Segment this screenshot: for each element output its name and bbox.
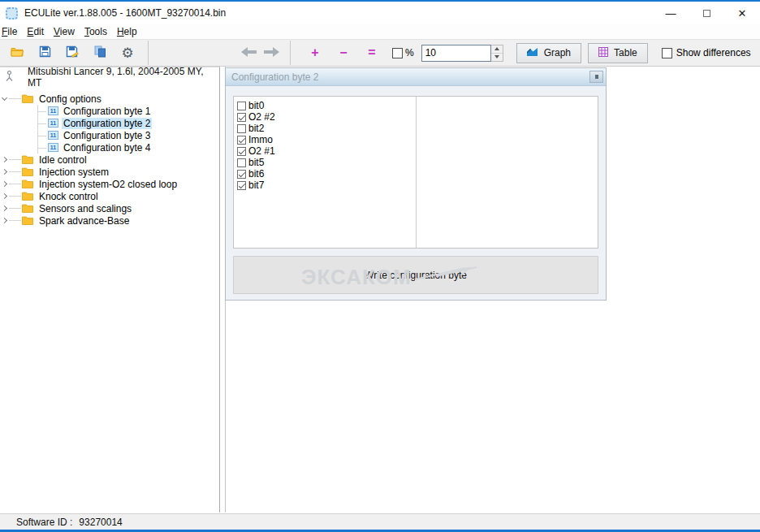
- navigation-tree-panel: Mitsubishi Lancer 9, 1.6l, 2004-2005 MY,…: [0, 67, 220, 513]
- menubar: File Edit View Tools Help: [0, 24, 760, 39]
- step-value-input[interactable]: [421, 45, 491, 62]
- map-icon: 11: [48, 119, 58, 128]
- tree-folder-injection-system[interactable]: Injection system: [0, 166, 219, 178]
- tree-folder-config-options[interactable]: Config options: [0, 93, 219, 105]
- tree: Config options 11 Configuration byte 1 1…: [0, 93, 219, 227]
- immo-checkbox[interactable]: [237, 136, 246, 145]
- close-icon: ✕: [738, 7, 747, 19]
- bit-row-bit2[interactable]: bit2: [237, 123, 598, 134]
- chevron-right-icon[interactable]: [2, 169, 7, 175]
- bit5-checkbox[interactable]: [237, 158, 246, 167]
- chevron-right-icon[interactable]: [2, 157, 7, 162]
- menu-view[interactable]: View: [49, 26, 80, 37]
- bit-panel-divider: [416, 97, 417, 248]
- chevron-down-icon[interactable]: [2, 95, 7, 101]
- tree-item-configuration-byte-2[interactable]: 11 Configuration byte 2: [38, 117, 219, 129]
- triangle-up-icon: [494, 47, 499, 50]
- bit-row-immo[interactable]: Immo: [237, 134, 598, 145]
- tree-folder-spark-advance-base[interactable]: Spark advance-Base: [0, 214, 219, 227]
- maximize-button[interactable]: [689, 2, 724, 24]
- menu-file[interactable]: File: [0, 26, 22, 37]
- window-controls: — ✕: [653, 2, 760, 24]
- table-button[interactable]: Table: [588, 43, 648, 63]
- bit-row-bit6[interactable]: bit6: [237, 168, 598, 179]
- graph-button[interactable]: Graph: [516, 43, 581, 63]
- bit-row-o2-2[interactable]: O2 #2: [237, 111, 598, 123]
- menu-tools[interactable]: Tools: [80, 26, 112, 37]
- bit-row-bit0[interactable]: bit0: [237, 100, 598, 111]
- map-icon: 11: [48, 143, 58, 152]
- tree-folder-injection-system-o2[interactable]: Injection system-O2 closed loop: [0, 178, 219, 190]
- bit0-checkbox[interactable]: [237, 102, 246, 110]
- write-configuration-byte-button[interactable]: Write configuration byte: [233, 256, 598, 294]
- open-file-button[interactable]: [6, 42, 28, 63]
- o2-2-checkbox[interactable]: [237, 113, 246, 122]
- tree-item-label: Configuration byte 2: [62, 118, 152, 129]
- ecu-model-label: Mitsubishi Lancer 9, 1.6l, 2004-2005 MY,…: [28, 66, 216, 89]
- chevron-right-icon[interactable]: [2, 218, 7, 223]
- bit2-checkbox[interactable]: [237, 124, 246, 133]
- minimize-button[interactable]: —: [653, 2, 689, 24]
- decrease-button[interactable]: −: [335, 45, 352, 60]
- maximize-icon: [703, 10, 710, 17]
- copy-pages-icon: [94, 45, 106, 60]
- tree-item-configuration-byte-1[interactable]: 11 Configuration byte 1: [38, 105, 219, 117]
- folder-icon: [22, 179, 33, 188]
- bit-row-o2-1[interactable]: O2 #1: [237, 145, 598, 157]
- tree-folder-label: Idle control: [37, 154, 89, 166]
- tree-folder-sensors-and-scalings[interactable]: Sensors and scalings: [0, 202, 219, 214]
- bit-label: bit2: [248, 123, 264, 134]
- bit-label: O2 #1: [248, 145, 275, 157]
- compare-files-button[interactable]: [89, 42, 110, 63]
- tree-folder-idle-control[interactable]: Idle control: [0, 154, 219, 166]
- bit-row-bit5[interactable]: bit5: [237, 157, 598, 168]
- bit6-checkbox[interactable]: [237, 170, 246, 179]
- save-as-icon: [66, 45, 79, 60]
- doc-header: Configuration byte 2: [226, 68, 606, 86]
- bit-row-bit7[interactable]: bit7: [237, 179, 598, 191]
- back-button[interactable]: [238, 42, 259, 63]
- arrow-left-icon: [241, 47, 257, 59]
- triangle-down-icon: [494, 55, 499, 58]
- chevron-right-icon[interactable]: [2, 181, 7, 187]
- doc-close-button[interactable]: [589, 71, 603, 83]
- bit7-checkbox[interactable]: [237, 181, 246, 190]
- tree-item-configuration-byte-4[interactable]: 11 Configuration byte 4: [38, 141, 219, 154]
- table-button-label: Table: [614, 47, 637, 58]
- o2-1-checkbox[interactable]: [237, 147, 246, 156]
- save-button[interactable]: [34, 42, 55, 63]
- settings-button[interactable]: ⚙: [117, 42, 138, 63]
- percent-checkbox[interactable]: [392, 48, 403, 58]
- spinner-down-button[interactable]: [491, 54, 503, 61]
- map-icon: 11: [48, 106, 58, 115]
- folder-icon: [22, 216, 33, 225]
- tree-item-configuration-byte-3[interactable]: 11 Configuration byte 3: [38, 129, 219, 141]
- chevron-right-icon[interactable]: [2, 205, 7, 211]
- tree-item-label: Configuration byte 3: [62, 130, 152, 141]
- chevron-right-icon[interactable]: [2, 193, 7, 199]
- configuration-byte-panel: Configuration byte 2 bit0 O2 #2 bit2: [225, 67, 607, 301]
- tree-folder-label: Knock control: [37, 191, 100, 202]
- toolbar: ⚙ + − = % Graph Table Show differenc: [0, 39, 760, 67]
- save-as-button[interactable]: [62, 42, 83, 63]
- menu-edit[interactable]: Edit: [22, 26, 49, 37]
- tree-folder-label: Injection system: [37, 167, 110, 178]
- set-equal-button[interactable]: =: [363, 45, 381, 60]
- step-spinner: [491, 45, 503, 62]
- titlebar: ECULite ver.1.88.005 - 1600MT_93270014.b…: [0, 2, 760, 24]
- forward-button[interactable]: [261, 42, 282, 63]
- close-button[interactable]: ✕: [724, 2, 760, 24]
- software-id-label: Software ID :: [16, 517, 72, 528]
- increase-button[interactable]: +: [306, 45, 324, 60]
- doc-body: bit0 O2 #2 bit2 Immo O2 #1: [226, 86, 606, 294]
- save-icon: [39, 45, 51, 60]
- menu-help[interactable]: Help: [112, 26, 142, 37]
- bit-label: O2 #2: [248, 111, 275, 123]
- show-differences-checkbox[interactable]: [662, 48, 672, 58]
- graph-button-label: Graph: [544, 47, 571, 58]
- tree-folder-knock-control[interactable]: Knock control: [0, 190, 219, 202]
- minimize-icon: —: [666, 7, 676, 19]
- bit-label: bit6: [248, 168, 264, 179]
- spinner-up-button[interactable]: [491, 45, 503, 54]
- tree-children: 11 Configuration byte 1 11 Configuration…: [37, 105, 219, 154]
